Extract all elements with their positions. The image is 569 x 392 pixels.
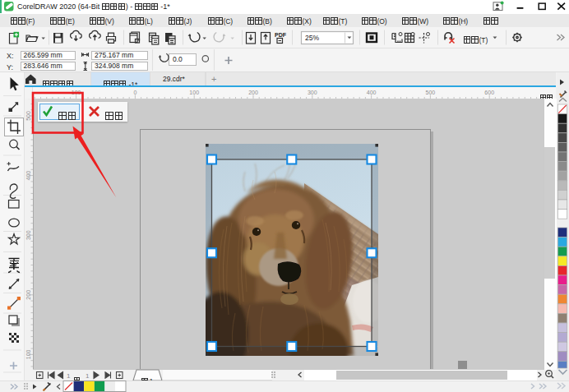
svg-text:500: 500 bbox=[426, 90, 436, 95]
svg-text:1: 1 bbox=[86, 372, 90, 380]
svg-text:200: 200 bbox=[248, 90, 258, 95]
svg-text:400: 400 bbox=[367, 90, 377, 95]
svg-text:-: - bbox=[72, 90, 74, 95]
svg-text:PDF: PDF bbox=[275, 32, 287, 38]
svg-text:25%: 25% bbox=[305, 34, 319, 42]
svg-text:0: 0 bbox=[133, 90, 136, 95]
svg-text:1: 1 bbox=[67, 372, 71, 380]
svg-text:100: 100 bbox=[189, 90, 199, 95]
svg-text:300: 300 bbox=[308, 90, 317, 95]
svg-text:600: 600 bbox=[484, 90, 494, 95]
